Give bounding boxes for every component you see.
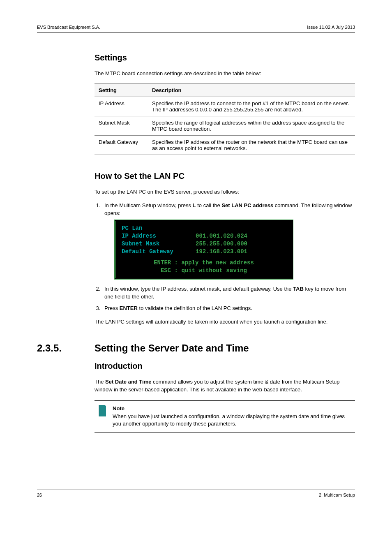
cell-label: Default Gateway bbox=[95, 135, 148, 155]
step3-key: ENTER bbox=[120, 305, 138, 311]
lan-heading: How to Set the LAN PC bbox=[95, 171, 355, 181]
footer-page-num: 26 bbox=[37, 493, 42, 497]
cell-desc: Specifies the range of logical addresses… bbox=[148, 116, 355, 135]
term-l1: PC Lan bbox=[122, 224, 196, 232]
header-left: EVS Broadcast Equipment S.A. bbox=[37, 25, 100, 30]
cell-desc: Specifies the IP address of the router o… bbox=[148, 135, 355, 155]
note-icon bbox=[98, 405, 106, 416]
settings-intro: The MTPC board connection settings are d… bbox=[95, 70, 355, 78]
footer-section: 2. Multicam Setup bbox=[319, 493, 355, 497]
list-item: In this window, type the IP address, sub… bbox=[102, 285, 355, 301]
table-row: Subnet Mask Specifies the range of logic… bbox=[95, 116, 355, 135]
term-l2a: IP Address bbox=[122, 232, 196, 240]
lan-outro: The LAN PC settings will automatically b… bbox=[95, 318, 355, 326]
term-l4a: Default Gateway bbox=[122, 248, 196, 256]
step2-key: TAB bbox=[293, 286, 304, 292]
page-header: EVS Broadcast Equipment S.A. Issue 11.02… bbox=[37, 25, 355, 32]
settings-heading: Settings bbox=[95, 53, 355, 62]
step3-text-b: to validate the definition of the LAN PC… bbox=[138, 305, 252, 311]
step1-text-a: In the Multicam Setup window, press bbox=[104, 202, 193, 208]
section-title-row: 2.3.5. Setting the Server Date and Time bbox=[37, 342, 355, 354]
intro-heading: Introduction bbox=[95, 361, 355, 371]
section-title: Setting the Server Date and Time bbox=[95, 342, 249, 354]
page-footer: 26 2. Multicam Setup bbox=[37, 490, 355, 497]
term-l3a: Subnet Mask bbox=[122, 240, 196, 248]
step1-cmd: Set LAN PC address bbox=[221, 202, 273, 208]
step3-text-a: Press bbox=[104, 305, 120, 311]
step1-text-b: to call the bbox=[196, 202, 222, 208]
section-number: 2.3.5. bbox=[37, 342, 95, 354]
th-setting: Setting bbox=[95, 83, 148, 97]
intro-para: The Set Date and Time command allows you… bbox=[95, 378, 355, 394]
cell-desc: Specifies the IP address to connect to t… bbox=[148, 97, 355, 116]
note-box: Note When you have just launched a confi… bbox=[95, 400, 355, 433]
list-item: Press ENTER to validate the definition o… bbox=[102, 305, 355, 312]
intro-cmd: Set Date and Time bbox=[105, 379, 151, 385]
settings-table: Setting Description IP Address Specifies… bbox=[95, 83, 355, 155]
term-l2b: 001.001.020.024 bbox=[196, 232, 247, 240]
terminal-window: PC Lan IP Address001.001.020.024 Subnet … bbox=[114, 220, 293, 279]
lan-steps: In the Multicam Setup window, press L to… bbox=[95, 202, 355, 313]
term-l5: ENTER : apply the new address bbox=[122, 259, 286, 267]
note-text: When you have just launched a configurat… bbox=[113, 413, 345, 427]
step2-text-a: In this window, type the IP address, sub… bbox=[104, 286, 293, 292]
term-l3b: 255.255.000.000 bbox=[196, 240, 247, 248]
term-l4b: 192.168.023.001 bbox=[196, 248, 247, 256]
header-right: Issue 11.02.A July 2013 bbox=[307, 25, 355, 30]
th-description: Description bbox=[148, 83, 355, 97]
cell-label: IP Address bbox=[95, 97, 148, 116]
step1-key: L bbox=[193, 202, 196, 208]
intro-a: The bbox=[95, 379, 105, 385]
table-row: IP Address Specifies the IP address to c… bbox=[95, 97, 355, 116]
table-header-row: Setting Description bbox=[95, 83, 355, 97]
list-item: In the Multicam Setup window, press L to… bbox=[102, 202, 355, 280]
term-l6: ESC : quit without saving bbox=[122, 267, 286, 275]
table-row: Default Gateway Specifies the IP address… bbox=[95, 135, 355, 155]
note-heading: Note bbox=[113, 405, 125, 412]
lan-intro: To set up the LAN PC on the EVS server, … bbox=[95, 188, 355, 196]
cell-label: Subnet Mask bbox=[95, 116, 148, 135]
